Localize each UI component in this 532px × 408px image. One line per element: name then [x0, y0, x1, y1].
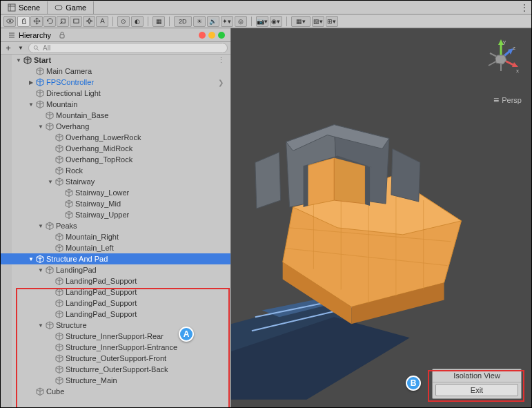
hierarchy-title: Hierarchy: [19, 31, 51, 39]
hand-tool[interactable]: [17, 16, 30, 27]
grid-snap[interactable]: ▦: [152, 16, 165, 27]
tree-item-label: Overhang: [56, 122, 89, 130]
scene-root[interactable]: ▼ Start ⋮: [1, 55, 230, 66]
move-tool[interactable]: [30, 16, 43, 27]
scene-name: Start: [34, 56, 51, 64]
pivot-mode[interactable]: ⊙: [117, 16, 130, 27]
tree-item-label: Mountain_Left: [66, 244, 114, 252]
tree-item[interactable]: LandingPad_Support: [1, 309, 230, 320]
tree-item-label: Structure_InnerSupport-Entrance: [66, 343, 177, 351]
orientation-gizmo[interactable]: y x z: [480, 38, 522, 79]
tree-item[interactable]: ▼Overhang: [1, 121, 230, 132]
mode-2d[interactable]: 2D: [174, 16, 192, 27]
gameobject-icon: [55, 331, 64, 341]
transform-tool[interactable]: [83, 16, 95, 27]
tree-item[interactable]: Structurre_OuterSupport-Back: [1, 364, 230, 375]
scene-viewport[interactable]: y x z ≡ Persp Isolation View Exit: [231, 28, 531, 407]
tree-item[interactable]: ▼Peaks: [1, 220, 230, 231]
tree-item[interactable]: Mountain_Right: [1, 231, 230, 242]
tree-item[interactable]: Mountain_Base: [1, 110, 230, 121]
gizmo-toggle[interactable]: ◉▾: [270, 16, 282, 27]
hierarchy-search[interactable]: All: [28, 43, 228, 53]
tree-item[interactable]: ▼Mountain: [1, 99, 230, 110]
svg-marker-37: [365, 166, 370, 206]
custom-tool[interactable]: [96, 16, 108, 27]
maximize-window[interactable]: [218, 32, 225, 39]
tree-item[interactable]: Mountain_Left: [1, 242, 230, 253]
hidden-toggle[interactable]: ◎: [235, 16, 247, 27]
lock-icon[interactable]: [58, 31, 66, 39]
tree-item[interactable]: ▶FPSController❯: [1, 77, 230, 88]
tab-game[interactable]: Game: [48, 1, 94, 14]
tab-scene[interactable]: Scene: [1, 1, 48, 14]
minimize-window[interactable]: [208, 32, 215, 39]
tab-options-icon[interactable]: ⋮: [518, 3, 531, 12]
tree-item[interactable]: Structure_InnerSupport-Entrance: [1, 342, 230, 353]
gameobject-icon: [64, 199, 74, 208]
expand-toggle[interactable]: ▼: [27, 256, 35, 262]
gizmos-dropdown[interactable]: ⊞▾: [326, 16, 338, 27]
axis-z-label: z: [513, 45, 515, 51]
view-tool[interactable]: [3, 16, 16, 27]
close-window[interactable]: [199, 32, 206, 39]
isolation-exit-button[interactable]: Exit: [435, 384, 518, 396]
tree-item[interactable]: ▼Structure And Pad: [1, 253, 230, 264]
callout-b: B: [406, 376, 421, 391]
scene-options-icon[interactable]: ⋮: [217, 56, 225, 65]
tree-item[interactable]: Stairway_Mid: [1, 198, 230, 209]
tree-item[interactable]: Overhang_MidRock: [1, 143, 230, 154]
pivot-rotation[interactable]: ◐: [131, 16, 144, 27]
tree-item[interactable]: ▼Stairway: [1, 176, 230, 187]
gameobject-icon: [64, 188, 74, 197]
draw-mode[interactable]: ▦▾: [291, 16, 311, 27]
add-object-button[interactable]: +: [3, 43, 13, 53]
tree-item[interactable]: LandingPad_Support: [1, 275, 230, 286]
gameobject-icon: [35, 88, 45, 98]
rect-tool[interactable]: [70, 16, 82, 27]
layers-dropdown[interactable]: ▨▾: [312, 16, 324, 27]
fx-toggle[interactable]: ✦▾: [221, 16, 233, 27]
gameobject-icon: [55, 365, 64, 374]
audio-toggle[interactable]: 🔊: [207, 16, 219, 27]
expand-toggle[interactable]: ▼: [27, 101, 35, 108]
tree-item[interactable]: Stairway_Upper: [1, 209, 230, 220]
tree-item[interactable]: LandingPad_Support: [1, 286, 230, 298]
svg-marker-36: [304, 164, 308, 207]
tree-item[interactable]: Main Camera: [1, 66, 230, 77]
expand-toggle[interactable]: ▼: [46, 179, 55, 185]
expand-toggle[interactable]: ▼: [37, 267, 45, 273]
scale-tool[interactable]: [57, 16, 69, 27]
gameobject-icon: [35, 254, 45, 264]
expand-toggle[interactable]: ▼: [37, 124, 45, 130]
lighting-toggle[interactable]: ☀: [193, 16, 206, 27]
tree-item[interactable]: Overhang_LowerRock: [1, 132, 230, 143]
hierarchy-tree[interactable]: ▼ Start ⋮ Main Camera▶FPSController❯Dire…: [1, 55, 230, 407]
tree-item[interactable]: Structure_InnerSupport-Rear: [1, 331, 230, 342]
add-dropdown[interactable]: ▼: [16, 45, 26, 51]
expand-toggle[interactable]: ▶: [27, 79, 35, 86]
tree-item-label: LandingPad_Support: [66, 299, 137, 307]
tree-item[interactable]: Structure_Main: [1, 375, 230, 386]
svg-marker-50: [495, 55, 506, 64]
gameobject-icon: [55, 133, 64, 142]
tree-item-label: Directional Light: [46, 89, 101, 97]
rotate-tool[interactable]: [43, 16, 56, 27]
expand-toggle[interactable]: ▼: [37, 322, 45, 329]
projection-label[interactable]: ≡ Persp: [493, 95, 522, 106]
tree-item[interactable]: Rock: [1, 165, 230, 176]
tree-item[interactable]: Directional Light: [1, 88, 230, 99]
tree-item[interactable]: Cube: [1, 386, 230, 397]
expand-toggle[interactable]: ▼: [37, 223, 45, 229]
tree-item[interactable]: ▼Structure: [1, 320, 230, 331]
tree-item[interactable]: Structure_OuterSupport-Front: [1, 353, 230, 364]
tree-item-label: Overhang_MidRock: [66, 144, 132, 153]
scene-toolbar: ⊙ ◐ ▦ 2D ☀ 🔊 ✦▾ ◎ 📷▾ ◉▾ ▦▾ ▨▾ ⊞▾: [1, 14, 531, 28]
tree-item[interactable]: Overhang_TopRock: [1, 154, 230, 165]
tree-item[interactable]: Stairway_Lower: [1, 187, 230, 198]
tree-item[interactable]: ▼LandingPad: [1, 264, 230, 275]
svg-marker-34: [306, 157, 334, 206]
open-prefab-icon[interactable]: ❯: [218, 79, 224, 86]
camera-toggle[interactable]: 📷▾: [256, 16, 268, 27]
hierarchy-tab[interactable]: Hierarchy: [3, 30, 55, 41]
tree-item[interactable]: LandingPad_Support: [1, 298, 230, 309]
